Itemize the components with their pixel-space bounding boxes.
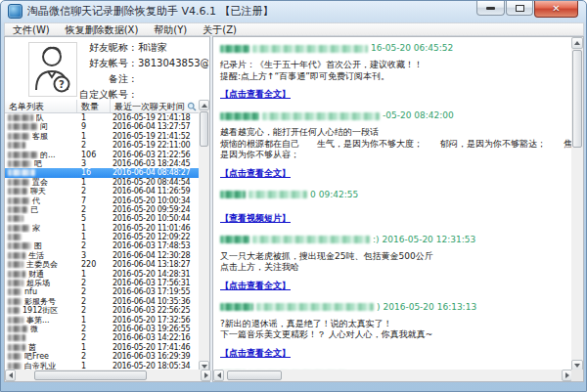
table-row[interactable]: 客服12016-05-19 21:41:52 <box>5 132 201 141</box>
scroll-left-button[interactable] <box>213 370 224 381</box>
view-full-text-link[interactable]: 【点击查看全文】 <box>220 167 291 179</box>
table-row[interactable]: 162016-06-04 08:48:27 <box>5 168 201 177</box>
censored-name <box>8 215 23 222</box>
menu-bar: 文件(W)恢复删除数据(X)帮助(Y)关于(Z) <box>4 22 584 36</box>
table-row[interactable]: 已22016-05-20 09:59:24 <box>5 205 201 214</box>
column-header-name[interactable]: 名单列表 <box>5 100 77 112</box>
scrollbar-thumb[interactable] <box>34 370 147 380</box>
view-full-text-link[interactable]: 【点击查看全文】 <box>220 88 291 100</box>
contact-name-text: 吧 <box>34 159 42 168</box>
svg-text:?: ? <box>59 79 65 90</box>
censored-sender-name <box>220 112 259 120</box>
message-horizontal-scrollbar[interactable] <box>213 370 572 381</box>
contact-name-cell <box>5 333 77 342</box>
contact-name-cell <box>5 233 77 241</box>
message: 009:42:55【查看视频短片】 <box>220 189 568 225</box>
table-row[interactable]: 的...1062016-06-03 21:22:56 <box>5 151 201 159</box>
table-row[interactable]: 图22016-06-03 17:48:53 <box>5 241 201 250</box>
table-row[interactable]: 置会12016-05-20 08:44:54 <box>5 178 201 187</box>
censored-sender-name <box>220 303 253 311</box>
close-icon: ✕ <box>552 4 560 14</box>
table-row[interactable]: 吧Free22016-06-03 16:29:39 <box>5 352 201 361</box>
table-row[interactable]: 微22016-06-03 19:26:55 <box>5 325 201 333</box>
close-button[interactable]: ✕ <box>534 1 578 18</box>
contact-list: 队12016-05-19 21:41:18间92016-06-04 13:27:… <box>5 113 201 371</box>
contact-horizontal-scrollbar[interactable] <box>5 370 211 381</box>
maximize-button[interactable] <box>506 1 533 16</box>
menu-item-about[interactable]: 关于(Z) <box>195 23 245 36</box>
scroll-right-button[interactable] <box>201 370 211 381</box>
contact-name-text: 已 <box>30 205 38 214</box>
table-row[interactable]: 生活32016-06-04 12:30:28 <box>5 251 201 260</box>
table-row[interactable]: 聊天22016-06-04 11:26:59 <box>5 187 201 196</box>
table-row[interactable]: 影服务号22016-06-04 10:35:36 <box>5 297 201 306</box>
menu-item-recover-deleted-data[interactable]: 恢复删除数据(X) <box>58 23 147 36</box>
contact-name-cell: 吧 <box>5 159 77 168</box>
message: 16-05-20 06:45:52纪录片：《生于五十年代》首次公开，建议收藏！！… <box>220 42 568 101</box>
scrollbar-thumb[interactable] <box>227 370 282 380</box>
view-video-link[interactable]: 【查看视频短片】 <box>220 212 291 224</box>
maximize-icon <box>516 5 524 12</box>
title-bar[interactable]: 淘晶微信聊天记录删除恢复助手 V4.6.1 【已注册】 ✕ <box>1 1 586 22</box>
table-row[interactable]: 事第...12016-05-20 17:32:56 <box>5 316 201 325</box>
scroll-up-button[interactable] <box>571 37 583 49</box>
arrow-down-icon <box>202 365 207 369</box>
contact-vertical-scrollbar[interactable] <box>199 100 209 371</box>
contact-name-text: 吧Free <box>24 352 49 361</box>
scrollbar-corner <box>571 370 583 381</box>
view-full-text-link[interactable]: 【点击查看全文】 <box>220 347 291 359</box>
censored-name <box>8 334 25 341</box>
minimize-button[interactable] <box>476 1 505 16</box>
contact-name-text: 队 <box>36 113 44 122</box>
table-row[interactable]: 22016-06-03 14:22:16 <box>5 333 201 342</box>
table-row[interactable]: 队12016-05-19 21:41:18 <box>5 113 201 122</box>
table-row[interactable]: 超乐场22016-06-03 17:56:31 <box>5 279 201 287</box>
menu-item-file[interactable]: 文件(W) <box>5 23 58 36</box>
censored-name <box>8 206 27 213</box>
censored-name <box>8 179 29 186</box>
contact-name-cell: 超乐场 <box>5 279 77 287</box>
censored-name <box>8 353 22 360</box>
message-timestamp: 2016-05-20 16:13:13 <box>384 302 477 312</box>
message-vertical-scrollbar[interactable] <box>571 37 583 371</box>
message: )2016-05-20 16:13:13?新出的退休谣，真是绝了！说的太真实了！… <box>220 301 568 360</box>
table-row[interactable]: 茵12016-05-20 17:41:46 <box>5 343 201 352</box>
contact-name-text: 微 <box>30 325 38 333</box>
table-row[interactable]: nfu22016-06-03 17:19:55 <box>5 287 201 296</box>
contact-count-cell: 1 <box>77 316 111 325</box>
message: :)2016-05-20 12:31:53又一只大老虎被抓，搜出现金25吨、包括… <box>220 234 568 292</box>
scrollbar-thumb[interactable] <box>572 50 582 148</box>
column-header-time[interactable]: 最近一次聊天时间 <box>111 100 201 112</box>
search-icon <box>187 102 197 111</box>
contact-count-cell: 106 <box>77 151 111 159</box>
scroll-left-button[interactable] <box>5 370 16 381</box>
contact-name-text: 1912街区 <box>23 306 58 315</box>
arrow-up-icon <box>574 41 580 45</box>
censored-sender-name <box>220 45 249 53</box>
table-row[interactable]: 家12016-05-20 11:01:46 <box>5 224 201 233</box>
message-text-line: 下一篇音乐美文更精彩！？ 人心对人心，你真我就真~ <box>220 329 568 341</box>
column-header-count[interactable]: 数量 <box>77 100 111 112</box>
contact-time-cell: 2016-05-19 21:41:52 <box>111 132 201 141</box>
table-row[interactable]: 主委员会2202016-06-04 13:18:27 <box>5 260 201 269</box>
table-row[interactable]: 代72016-05-20 10:00:34 <box>5 196 201 205</box>
contact-time-cell: 2016-05-20 09:59:24 <box>111 205 201 214</box>
contact-count-cell: 9 <box>77 122 111 131</box>
menu-item-help[interactable]: 帮助(Y) <box>146 23 195 36</box>
table-row[interactable]: 吧32016-06-03 18:24:45 <box>5 159 201 168</box>
view-full-text-link[interactable]: 【点击查看全文】 <box>220 280 291 291</box>
sender-id-tail: 0 <box>310 190 316 199</box>
minimize-icon <box>486 7 495 10</box>
table-row[interactable]: 22016-05-19 22:11:00 <box>5 141 201 150</box>
contact-count-cell: 1 <box>77 233 111 241</box>
table-row[interactable]: 间92016-06-04 13:27:57 <box>5 122 201 131</box>
scroll-up-button[interactable] <box>199 100 209 110</box>
censored-name <box>8 114 33 121</box>
scrollbar-thumb[interactable] <box>200 111 208 147</box>
contact-count-cell: 3 <box>77 159 111 168</box>
table-row[interactable]: 财通12016-05-20 14:28:31 <box>5 270 201 279</box>
censored-name <box>8 242 31 249</box>
table-row[interactable]: 12016-05-20 12:09:22 <box>5 233 201 241</box>
table-row[interactable]: 1912街区22016-06-03 22:56:25 <box>5 306 201 315</box>
table-row[interactable]: 52016-05-20 10:50:44 <box>5 214 201 223</box>
